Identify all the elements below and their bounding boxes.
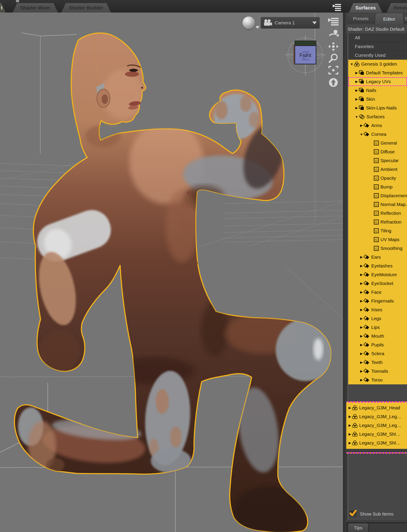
genesis-figure[interactable] xyxy=(15,33,336,532)
tab-surfaces[interactable]: Surfaces xyxy=(349,3,382,13)
draw-style-ball-icon[interactable] xyxy=(243,16,255,29)
subtab-presets[interactable]: Presets xyxy=(347,14,375,24)
tree-item-legacy-uvs[interactable]: ▶Legacy UVs xyxy=(348,77,407,86)
caret-right-icon[interactable]: ▶ xyxy=(359,123,364,128)
tree-item-smoothing[interactable]: GSmoothing xyxy=(348,244,407,253)
caret-right-icon[interactable]: ▶ xyxy=(359,369,364,373)
caret-right-icon[interactable]: ▶ xyxy=(359,273,364,277)
caret-right-icon[interactable]: ▶ xyxy=(359,264,364,268)
tree-item-irises[interactable]: ▶Irises xyxy=(348,305,407,314)
zoom-tool-icon[interactable] xyxy=(327,53,339,63)
tab-shader-mixer[interactable]: Shader Mixer xyxy=(13,3,58,13)
caret-right-icon[interactable]: ▶ xyxy=(354,71,359,75)
tab-render-clipped[interactable]: Render xyxy=(387,3,407,13)
caret-right-icon[interactable]: ▶ xyxy=(359,290,364,294)
tree-item-surfaces[interactable]: ▼Surfaces xyxy=(348,112,407,121)
caret-right-icon[interactable]: ▶ xyxy=(359,325,364,329)
legacy-item-legacy-g3m-shl-[interactable]: ▶Legacy_G3M_Shl… xyxy=(346,439,407,447)
surface-icon xyxy=(364,369,370,374)
caret-right-icon[interactable]: ▶ xyxy=(348,441,352,445)
orbit-tool-icon[interactable] xyxy=(327,30,339,40)
tree-item-displacement[interactable]: GDisplacement xyxy=(348,191,407,200)
tips-button[interactable]: Tips xyxy=(348,524,368,532)
caret-right-icon[interactable]: ▶ xyxy=(359,378,364,382)
tree-item-eyemoisture[interactable]: ▶EyeMoisture xyxy=(348,270,407,279)
pane-options-icon[interactable] xyxy=(332,3,342,12)
caret-right-icon[interactable]: ▶ xyxy=(359,334,364,338)
pan-tool-icon[interactable] xyxy=(327,41,339,52)
caret-right-icon[interactable]: ▶ xyxy=(359,299,364,303)
tree-item-teeth[interactable]: ▶Teeth xyxy=(348,358,407,367)
caret-right-icon[interactable]: ▶ xyxy=(348,415,352,419)
legacy-item-legacy-g3m-head[interactable]: ▶Legacy_G3M_Head xyxy=(346,403,407,412)
tree-item-pupils[interactable]: ▶Pupils xyxy=(348,340,407,349)
caret-right-icon[interactable]: ▶ xyxy=(348,406,352,410)
filter-favorites[interactable]: Favorites xyxy=(348,42,407,51)
caret-right-icon[interactable]: ▶ xyxy=(354,80,359,84)
tree-item-tiling[interactable]: GTiling xyxy=(348,226,407,235)
legacy-item-legacy-g3m-leg-[interactable]: ▶Legacy_G3M_Leg… xyxy=(346,412,407,421)
tree-item-face[interactable]: ▶Face xyxy=(348,288,407,297)
tab-clipped-left[interactable]: t xyxy=(0,3,6,13)
caret-right-icon[interactable]: ▶ xyxy=(348,432,352,436)
tree-item-uv-maps[interactable]: GUV Maps xyxy=(348,235,407,244)
tree-item-general[interactable]: GGeneral xyxy=(348,139,407,147)
tree-item-nails[interactable]: ▶Nails xyxy=(348,86,407,95)
tree-item-default-templates[interactable]: ▶Default Templates xyxy=(348,68,407,77)
view-orientation-gizmo[interactable]: Z Front xyxy=(285,35,326,76)
caret-right-icon[interactable]: ▶ xyxy=(359,308,364,312)
tree-item-eyelashes[interactable]: ▶Eyelashes xyxy=(348,261,407,270)
panel-divider[interactable] xyxy=(343,13,346,532)
legacy-item-legacy-g3m-shl-[interactable]: ▶Legacy_G3M_Shl… xyxy=(346,430,407,439)
tree-item-arms[interactable]: ▶Arms xyxy=(348,121,407,130)
tree-item-lips[interactable]: ▶Lips xyxy=(348,323,407,332)
tab-shader-builder[interactable]: Shader Builder xyxy=(61,3,111,13)
tree-item-eyesocket[interactable]: ▶EyeSocket xyxy=(348,279,407,288)
caret-right-icon[interactable]: ▶ xyxy=(359,282,364,285)
caret-right-icon[interactable]: ▶ xyxy=(359,255,364,259)
tree-item-diffuse[interactable]: GDiffuse xyxy=(348,147,407,156)
tree-item-cornea[interactable]: ▼Cornea xyxy=(348,130,407,139)
tree-item-normal-map-[interactable]: GNormal Map… xyxy=(348,200,407,209)
filter-all[interactable]: All xyxy=(348,33,407,42)
tree-item-specular[interactable]: GSpecular xyxy=(348,156,407,165)
tree-item-opacity[interactable]: GOpacity xyxy=(348,174,407,183)
tree-item-skin-lips-nails[interactable]: ▶Skin-Lips-Nails xyxy=(348,104,407,112)
legacy-item-legacy-g3m-leg-[interactable]: ▶Legacy_G3M_Leg… xyxy=(346,421,407,430)
tree-item-refraction[interactable]: GRefraction xyxy=(348,218,407,226)
tree-item-torso[interactable]: ▶Torso xyxy=(348,376,407,384)
tree-item-reflection[interactable]: GReflection xyxy=(348,209,407,218)
tree-item-mouth[interactable]: ▶Mouth xyxy=(348,332,407,340)
caret-right-icon[interactable]: ▶ xyxy=(354,97,359,101)
subtab-editor[interactable]: Editor xyxy=(375,13,403,24)
subtab-clipped[interactable]: S xyxy=(404,14,407,24)
tree-item-sclera[interactable]: ▶Sclera xyxy=(348,349,407,358)
caret-down-icon[interactable]: ▼ xyxy=(350,62,354,66)
tree-item-legs[interactable]: ▶Legs xyxy=(348,314,407,323)
caret-down-icon[interactable]: ▼ xyxy=(359,132,364,136)
show-sub-items-checkbox[interactable] xyxy=(349,510,357,518)
caret-right-icon[interactable]: ▶ xyxy=(359,352,364,356)
3d-viewport[interactable]: Z Front Camera 1 xyxy=(0,13,344,532)
caret-right-icon[interactable]: ▶ xyxy=(359,317,364,321)
caret-right-icon[interactable]: ▶ xyxy=(359,343,364,347)
tree-item-ambient[interactable]: GAmbient xyxy=(348,165,407,174)
tree-item-bump[interactable]: GBump xyxy=(348,183,407,191)
tree-item-fingernails[interactable]: ▶Fingernails xyxy=(348,297,407,305)
tree-item-skin[interactable]: ▶Skin xyxy=(348,95,407,104)
caret-right-icon[interactable]: ▶ xyxy=(348,423,352,427)
tree-item-toenails[interactable]: ▶Toenails xyxy=(348,367,407,376)
tree-item-label: Legacy_G3M_Head xyxy=(359,405,400,411)
caret-right-icon[interactable]: ▶ xyxy=(359,360,364,364)
tree-item-ears[interactable]: ▶Ears xyxy=(348,253,407,261)
draw-style-caret-icon[interactable] xyxy=(256,26,259,29)
filter-currently-used[interactable]: Currently Used xyxy=(348,51,407,60)
frame-tool-icon[interactable] xyxy=(327,65,339,75)
caret-right-icon[interactable]: ▶ xyxy=(354,89,359,92)
viewport-options-icon[interactable] xyxy=(327,17,339,27)
tree-item-genesis-3-golden[interactable]: ▼Genesis 3 golden xyxy=(348,60,407,68)
camera-selector[interactable]: Camera 1 xyxy=(261,17,320,29)
caret-right-icon[interactable]: ▶ xyxy=(354,106,359,110)
reset-view-icon[interactable] xyxy=(327,77,339,88)
caret-down-icon[interactable]: ▼ xyxy=(354,115,359,119)
